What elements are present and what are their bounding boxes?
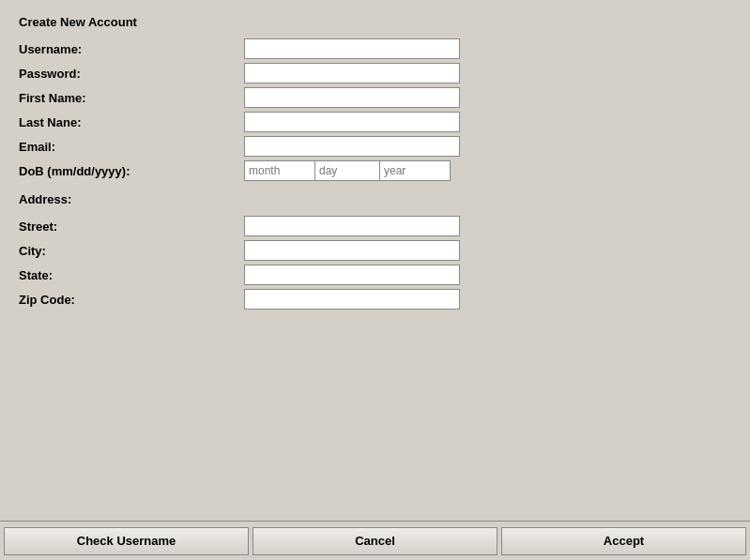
state-label: State:	[19, 268, 244, 282]
state-row: State:	[19, 265, 731, 285]
city-row: City:	[19, 240, 731, 261]
firstname-input[interactable]	[244, 87, 460, 108]
state-input[interactable]	[244, 265, 460, 285]
zipcode-label: Zip Code:	[19, 293, 244, 307]
cancel-button[interactable]: Cancel	[253, 527, 497, 555]
main-content: Create New Account Username: Password: F…	[0, 0, 750, 521]
check-username-button[interactable]: Check Username	[4, 527, 249, 555]
form-title: Create New Account	[19, 15, 731, 29]
street-label: Street:	[19, 219, 244, 234]
street-input[interactable]	[244, 216, 460, 236]
bottom-bar: Check Username Cancel Accept	[0, 521, 750, 560]
lastname-row: Last Nane:	[19, 112, 731, 132]
email-input[interactable]	[244, 136, 460, 157]
dob-row: DoB (mm/dd/yyyy):	[19, 160, 731, 181]
address-section: Address:	[19, 185, 731, 212]
address-header-row: Address:	[19, 185, 731, 212]
city-input[interactable]	[244, 240, 460, 261]
dob-container	[244, 160, 451, 181]
email-label: Email:	[19, 140, 244, 154]
username-row: Username:	[19, 38, 731, 59]
dob-month-input[interactable]	[244, 160, 315, 181]
email-row: Email:	[19, 136, 731, 157]
password-input[interactable]	[244, 63, 460, 83]
password-label: Password:	[19, 67, 244, 81]
firstname-row: First Name:	[19, 87, 731, 108]
password-row: Password:	[19, 63, 731, 83]
city-label: City:	[19, 244, 244, 258]
dob-label: DoB (mm/dd/yyyy):	[19, 164, 244, 178]
username-label: Username:	[19, 42, 244, 56]
lastname-input[interactable]	[244, 112, 460, 132]
accept-button[interactable]: Accept	[501, 527, 746, 555]
zipcode-row: Zip Code:	[19, 289, 731, 310]
street-row: Street:	[19, 216, 731, 236]
dob-day-input[interactable]	[315, 160, 379, 181]
username-input[interactable]	[244, 38, 460, 59]
firstname-label: First Name:	[19, 91, 244, 105]
lastname-label: Last Nane:	[19, 115, 244, 129]
address-label: Address:	[19, 192, 244, 206]
dob-year-input[interactable]	[379, 160, 451, 181]
zipcode-input[interactable]	[244, 289, 460, 310]
